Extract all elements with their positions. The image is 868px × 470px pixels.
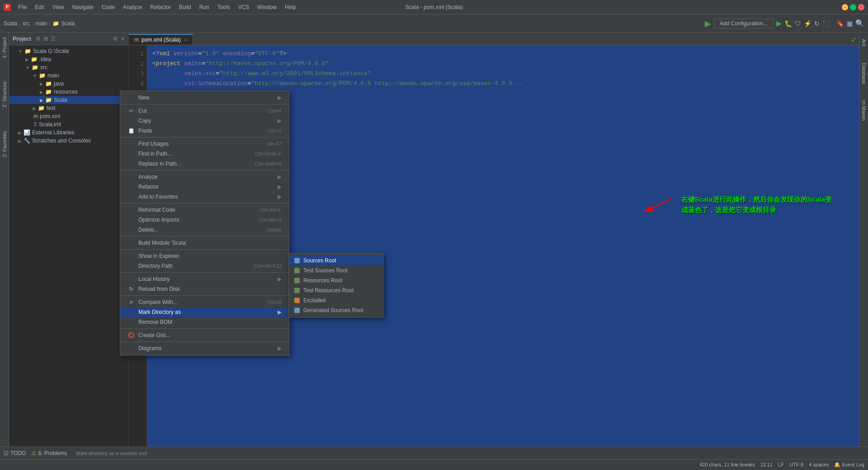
project-close-icon[interactable]: ✕ bbox=[120, 36, 125, 42]
add-configuration-button[interactable]: Add Configuration... bbox=[714, 19, 774, 28]
layout-icon[interactable]: ▦ bbox=[847, 20, 853, 27]
editor-tab-pom[interactable]: m pom.xml (Scala) ✕ bbox=[129, 34, 193, 45]
project-options-icon[interactable]: ☰ bbox=[51, 36, 56, 42]
tree-item-scala-iml[interactable]: S Scala.iml bbox=[9, 120, 128, 128]
menu-view[interactable]: View bbox=[49, 3, 68, 11]
right-tab-database[interactable]: Database bbox=[860, 60, 868, 87]
run-icon[interactable]: ▶ bbox=[776, 19, 782, 28]
ctx-reformat[interactable]: Reformat Code Ctrl+Alt+L bbox=[120, 205, 289, 215]
ctx-dir-path-shortcut: Ctrl+Alt+F12 bbox=[254, 263, 282, 269]
menu-code[interactable]: Code bbox=[98, 3, 118, 11]
chars-info[interactable]: 420 chars, 11 line breaks bbox=[699, 462, 755, 468]
tree-item-pom[interactable]: m pom.xml bbox=[9, 112, 128, 120]
ctx-reformat-label: Reformat Code bbox=[138, 207, 175, 213]
ctx-new[interactable]: New ▶ bbox=[120, 93, 289, 103]
tab-favorites[interactable]: 2: Favorites bbox=[1, 128, 8, 160]
position-info[interactable]: 12:11 bbox=[760, 462, 773, 468]
project-settings-icon[interactable]: ⚙ bbox=[36, 36, 41, 42]
indent[interactable]: 4 spaces bbox=[809, 462, 829, 468]
tree-item-main[interactable]: ▼ 📁 main bbox=[9, 71, 128, 80]
menu-edit[interactable]: Edit bbox=[31, 3, 48, 11]
debug-icon[interactable]: 🐛 bbox=[784, 20, 792, 27]
ctx-delete[interactable]: Delete... Delete bbox=[120, 225, 289, 235]
ctx-add-favorites[interactable]: Add to Favorites ▶ bbox=[120, 192, 289, 202]
rerun-icon[interactable]: ↻ bbox=[814, 20, 820, 27]
sub-sources-root[interactable]: Sources Root bbox=[289, 256, 383, 266]
ctx-replace-path[interactable]: Replace in Path... Ctrl+Shift+R bbox=[120, 159, 289, 169]
todo-button[interactable]: ☑ TODO bbox=[4, 450, 26, 456]
ctx-find-usages[interactable]: Find Usages Alt+F7 bbox=[120, 139, 289, 149]
project-gear-icon[interactable]: ⚙ bbox=[113, 36, 118, 42]
tree-item-test[interactable]: ▶ 📁 test bbox=[9, 104, 128, 112]
tree-label-idea: .idea bbox=[39, 56, 51, 62]
right-tab-ant[interactable]: Ant bbox=[860, 36, 868, 49]
event-log[interactable]: 🔔 Event Log bbox=[834, 462, 864, 468]
ctx-refactor[interactable]: Refactor ▶ bbox=[120, 182, 289, 192]
editor-checkmark: ✓ bbox=[850, 35, 857, 45]
run-arrow-icon[interactable]: ▶ bbox=[705, 19, 711, 28]
ctx-build-module[interactable]: Build Module 'Scala' bbox=[120, 238, 289, 248]
menu-refactor[interactable]: Refactor bbox=[147, 3, 175, 11]
tree-item-external-libs[interactable]: ▶ 📊 External Libraries bbox=[9, 128, 128, 137]
tab-structure[interactable]: Z: Structure bbox=[1, 79, 8, 110]
ctx-mark-dir[interactable]: Mark Directory as ▶ bbox=[120, 307, 289, 317]
menu-run[interactable]: Run bbox=[196, 3, 213, 11]
ctx-divider-6 bbox=[120, 249, 289, 250]
tree-item-src[interactable]: ▼ 📁 src bbox=[9, 63, 128, 71]
sub-resources[interactable]: Resources Root bbox=[289, 275, 383, 285]
tree-item-scratches[interactable]: ▶ 🔧 Scratches and Consoles bbox=[9, 137, 128, 145]
breadcrumb-scala[interactable]: Scala bbox=[4, 20, 17, 27]
ctx-find-path[interactable]: Find in Path... Ctrl+Shift+F bbox=[120, 149, 289, 159]
ctx-diagrams[interactable]: Diagrams ▶ bbox=[120, 343, 289, 353]
ctx-copy[interactable]: Copy ▶ bbox=[120, 116, 289, 126]
tab-project[interactable]: 1: Project bbox=[1, 34, 8, 61]
stop-icon[interactable]: ⬛ bbox=[822, 20, 830, 27]
ctx-analyze[interactable]: Analyze ▶ bbox=[120, 172, 289, 182]
coverage-icon[interactable]: 🛡 bbox=[795, 20, 801, 27]
right-tab-maven[interactable]: m Maven bbox=[860, 98, 868, 123]
breadcrumb-scala-sub[interactable]: 📁 Scala bbox=[52, 20, 75, 27]
folder-icon-extlibs: 📊 bbox=[24, 129, 30, 136]
problems-button[interactable]: ⚠ 6: Problems bbox=[31, 450, 67, 456]
tree-item-resources[interactable]: ▶ 📁 resources bbox=[9, 88, 128, 96]
line-sep[interactable]: LF bbox=[778, 462, 784, 468]
menu-navigate[interactable]: Navigate bbox=[69, 3, 97, 11]
ctx-cut[interactable]: ✂ Cut Ctrl+X bbox=[120, 106, 289, 116]
ctx-reload[interactable]: ↻ Reload from Disk bbox=[120, 284, 289, 294]
menu-help[interactable]: Help bbox=[281, 3, 300, 11]
menu-tools[interactable]: Tools bbox=[214, 3, 234, 11]
sub-excluded[interactable]: Excluded bbox=[289, 295, 383, 305]
ctx-optimize[interactable]: Optimize Imports Ctrl+Alt+O bbox=[120, 215, 289, 225]
test-sources-icon bbox=[294, 268, 300, 273]
ctx-dir-path[interactable]: Directory Path Ctrl+Alt+F12 bbox=[120, 261, 289, 271]
tree-item-scala-root[interactable]: ▼ 📁 Scala G:\Scala bbox=[9, 47, 128, 55]
tree-item-scala-selected[interactable]: ▶ 📁 Scala bbox=[9, 96, 128, 104]
minimize-button[interactable]: ─ bbox=[842, 4, 848, 10]
menu-build[interactable]: Build bbox=[175, 3, 195, 11]
close-button[interactable]: ✕ bbox=[858, 4, 864, 10]
ctx-compare[interactable]: ≠ Compare With... Ctrl+D bbox=[120, 297, 289, 307]
pom-tab-close[interactable]: ✕ bbox=[184, 38, 187, 43]
maximize-button[interactable]: □ bbox=[850, 4, 856, 10]
sub-generated[interactable]: Generated Sources Root bbox=[289, 305, 383, 315]
sub-test-sources[interactable]: Test Sources Root bbox=[289, 266, 383, 275]
menu-analyze[interactable]: Analyze bbox=[119, 3, 146, 11]
menu-vcs[interactable]: VCS bbox=[235, 3, 253, 11]
breadcrumb-src[interactable]: src bbox=[23, 20, 30, 27]
ctx-create-gist[interactable]: ⭕ Create Gist... bbox=[120, 330, 289, 340]
project-expand-icon[interactable]: ⊞ bbox=[43, 36, 48, 42]
breadcrumb-main[interactable]: main bbox=[35, 20, 47, 27]
search-everywhere-icon[interactable]: 🔍 bbox=[855, 19, 864, 28]
menu-window[interactable]: Window bbox=[254, 3, 280, 11]
menu-file[interactable]: File bbox=[14, 3, 30, 11]
sub-test-resources[interactable]: Test Resources Root bbox=[289, 285, 383, 295]
ctx-show-explorer[interactable]: Show in Explorer bbox=[120, 251, 289, 261]
tree-item-java[interactable]: ▶ 📁 java bbox=[9, 80, 128, 88]
ctx-remove-bom[interactable]: Remove BOM bbox=[120, 317, 289, 327]
tree-item-idea[interactable]: ▶ 📁 .idea bbox=[9, 55, 128, 63]
ctx-paste[interactable]: 📋 Paste Ctrl+V bbox=[120, 126, 289, 136]
profile-icon[interactable]: ⚡ bbox=[804, 20, 811, 27]
encoding[interactable]: UTF-8 bbox=[789, 462, 803, 468]
ctx-local-history[interactable]: Local History ▶ bbox=[120, 274, 289, 284]
bookmark-icon[interactable]: 🔖 bbox=[836, 20, 844, 27]
